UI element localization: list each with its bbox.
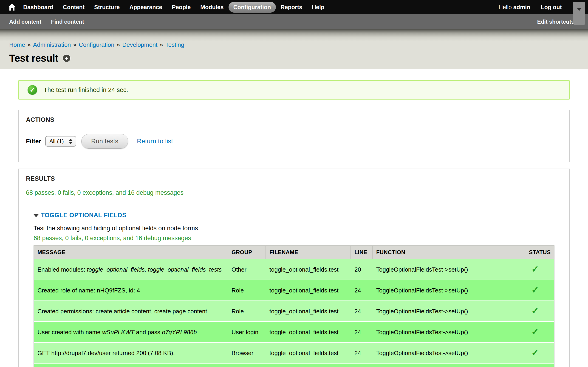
run-tests-button[interactable]: Run tests	[81, 134, 128, 149]
toolbar-item-help[interactable]: Help	[307, 2, 329, 13]
message-text: Enabled modules:	[37, 266, 87, 273]
shortcut-items: Add contentFind content	[9, 19, 94, 25]
toolbar-item-structure[interactable]: Structure	[89, 2, 124, 13]
results-table-body: Enabled modules: toggle_optional_fields,…	[34, 259, 554, 367]
pass-check-icon: ✓	[531, 327, 539, 336]
shortcut-bar: Add contentFind content Edit shortcuts	[0, 14, 588, 29]
filter-label: Filter	[26, 138, 41, 145]
cell-message: Valid HTML found on "http://drupal7.dev/…	[34, 364, 228, 367]
status-ok-icon: ✓	[27, 85, 37, 95]
cell-filename: toggle_optional_fields.test	[266, 343, 351, 364]
cell-line: 24	[351, 343, 372, 364]
shortcut-item-find-content[interactable]: Find content	[51, 19, 84, 25]
breadcrumb-link-development[interactable]: Development	[122, 41, 157, 48]
cell-status: ✓	[525, 259, 554, 280]
chevron-down-icon	[577, 8, 582, 11]
edit-shortcuts-link[interactable]: Edit shortcuts	[537, 19, 574, 25]
admin-toolbar: DashboardContentStructureAppearancePeopl…	[0, 0, 588, 14]
breadcrumb-separator: »	[27, 41, 31, 48]
status-message-text: The test run finished in 24 sec.	[44, 86, 128, 94]
toolbar-item-modules[interactable]: Modules	[195, 2, 228, 13]
column-header-status: STATUS	[525, 246, 554, 259]
cell-status: ✓	[525, 301, 554, 322]
pass-check-icon: ✓	[531, 265, 539, 274]
cell-message: User created with name wSuPLKWT and pass…	[34, 322, 228, 343]
test-group-toggle[interactable]: TOGGLE OPTIONAL FIELDS	[34, 212, 554, 219]
cell-line: 20	[351, 259, 372, 280]
actions-panel: ACTIONS Filter All (1) Run tests Return …	[18, 110, 570, 162]
column-header-group: GROUP	[228, 246, 266, 259]
cell-filename: toggle_optional_fields.test	[266, 259, 351, 280]
results-panel: RESULTS 68 passes, 0 fails, 0 exceptions…	[18, 169, 570, 367]
toolbar-toggle-button[interactable]	[573, 2, 585, 25]
toolbar-item-appearance[interactable]: Appearance	[124, 2, 167, 13]
test-group-title-link[interactable]: TOGGLE OPTIONAL FIELDS	[41, 212, 126, 219]
toolbar-menu: DashboardContentStructureAppearancePeopl…	[18, 2, 329, 13]
home-icon[interactable]	[6, 0, 18, 14]
cell-group: Browser	[228, 343, 266, 364]
breadcrumb-link-testing[interactable]: Testing	[165, 41, 184, 48]
table-header-row: MESSAGE GROUP FILENAME LINE FUNCTION STA…	[34, 246, 554, 259]
test-group-description: Test the showing and hiding of optional …	[34, 225, 554, 232]
breadcrumb-separator: »	[73, 41, 77, 48]
cell-group: Other	[228, 259, 266, 280]
greeting: Hello admin	[499, 4, 530, 10]
column-header-filename: FILENAME	[266, 246, 351, 259]
toolbar-item-dashboard[interactable]: Dashboard	[18, 2, 58, 13]
cell-group: User login	[228, 322, 266, 343]
breadcrumb-separator: »	[117, 41, 120, 48]
cell-status: ✓	[525, 322, 554, 343]
message-text: and pass	[134, 329, 162, 336]
results-summary: 68 passes, 0 fails, 0 exceptions, and 16…	[26, 189, 562, 196]
page-header: Home»Administration»Configuration»Develo…	[0, 29, 588, 69]
cell-group: Role	[228, 280, 266, 301]
add-shortcut-icon[interactable]: +	[63, 55, 70, 62]
table-row: Enabled modules: toggle_optional_fields,…	[34, 259, 554, 280]
cell-line: 24	[351, 322, 372, 343]
breadcrumb-link-configuration[interactable]: Configuration	[79, 41, 114, 48]
pass-check-icon: ✓	[531, 306, 539, 315]
cell-function: ToggleOptionalFieldsTest->setUp()	[372, 364, 525, 367]
toolbar-item-content[interactable]: Content	[58, 2, 89, 13]
toolbar-item-reports[interactable]: Reports	[276, 2, 307, 13]
cell-message: GET http://drupal7.dev/user returned 200…	[34, 343, 228, 364]
cell-group: Browser	[228, 364, 266, 367]
cell-function: ToggleOptionalFieldsTest->setUp()	[372, 280, 525, 301]
status-message: ✓ The test run finished in 24 sec.	[18, 80, 570, 100]
logout-link[interactable]: Log out	[541, 4, 562, 10]
breadcrumb: Home»Administration»Configuration»Develo…	[9, 41, 579, 48]
table-row: Created permissions: create article cont…	[34, 301, 554, 322]
toolbar-item-configuration[interactable]: Configuration	[229, 2, 276, 13]
username-link[interactable]: admin	[513, 4, 530, 10]
cell-function: ToggleOptionalFieldsTest->setUp()	[372, 343, 525, 364]
cell-line: 24	[351, 364, 372, 367]
page-title: Test result	[9, 52, 58, 64]
cell-message: Created permissions: create article cont…	[34, 301, 228, 322]
message-text: Created permissions: create article cont…	[37, 308, 207, 315]
filter-select-value: All (1)	[49, 138, 64, 144]
toolbar-item-people[interactable]: People	[167, 2, 195, 13]
cell-function: ToggleOptionalFieldsTest->setUp()	[372, 259, 525, 280]
breadcrumb-link-home[interactable]: Home	[9, 41, 25, 48]
column-header-line: LINE	[351, 246, 372, 259]
message-text: Created role of name: nHQ9fFZS, id: 4	[37, 287, 140, 294]
cell-function: ToggleOptionalFieldsTest->setUp()	[372, 301, 525, 322]
filter-select[interactable]: All (1)	[45, 136, 76, 147]
cell-status: ✓	[525, 343, 554, 364]
test-group-fieldset: TOGGLE OPTIONAL FIELDS Test the showing …	[26, 206, 562, 367]
pass-check-icon: ✓	[531, 348, 539, 357]
message-text: GET http://drupal7.dev/user returned 200…	[37, 350, 175, 357]
table-row: Valid HTML found on "http://drupal7.dev/…	[34, 364, 554, 367]
test-group-summary: 68 passes, 0 fails, 0 exceptions, and 16…	[34, 235, 554, 242]
return-to-list-link[interactable]: Return to list	[137, 138, 173, 145]
message-emphasis: wSuPLKWT	[102, 329, 134, 336]
column-header-function: FUNCTION	[372, 246, 525, 259]
cell-filename: toggle_optional_fields.test	[266, 364, 351, 367]
breadcrumb-link-administration[interactable]: Administration	[33, 41, 71, 48]
cell-line: 24	[351, 280, 372, 301]
shortcut-item-add-content[interactable]: Add content	[9, 19, 41, 25]
message-emphasis: toggle_optional_fields, toggle_optional_…	[87, 266, 222, 273]
cell-line: 24	[351, 301, 372, 322]
message-emphasis: o7qYRL986b	[162, 329, 197, 336]
cell-message: Enabled modules: toggle_optional_fields,…	[34, 259, 228, 280]
